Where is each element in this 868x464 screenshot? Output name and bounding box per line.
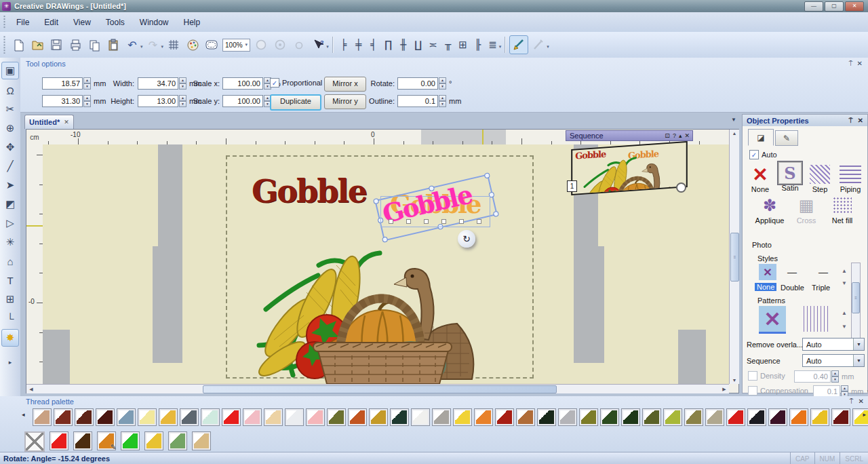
horizontal-scroll-thumb[interactable] bbox=[203, 385, 557, 393]
used-thread-swatch[interactable] bbox=[144, 431, 163, 450]
thread-swatch[interactable] bbox=[642, 408, 661, 426]
pin-icon[interactable]: ⍑ bbox=[850, 398, 854, 406]
equal-spacing-vertical-button[interactable]: ≣ bbox=[486, 37, 500, 53]
slow-redraw-button[interactable] bbox=[271, 36, 289, 54]
object-properties-titlebar[interactable]: Object Properties ⍑ ✕ bbox=[743, 115, 867, 126]
thread-swatch[interactable] bbox=[684, 408, 703, 426]
styles-scroll-up[interactable]: ▲ bbox=[842, 268, 847, 274]
properties-scrollbar[interactable]: ≡ bbox=[851, 263, 861, 340]
redo-button[interactable]: ↷ bbox=[144, 36, 162, 54]
selection-handle[interactable] bbox=[493, 211, 500, 218]
thread-swatch[interactable] bbox=[453, 408, 472, 426]
text-tool-tool[interactable]: T bbox=[2, 272, 18, 288]
toolbar-expand-arrow[interactable]: ▸ bbox=[9, 359, 12, 366]
outline-input[interactable]: 0.1 bbox=[397, 95, 438, 107]
help-icon[interactable]: ? bbox=[673, 132, 676, 139]
lasso-select-tool[interactable]: Ω bbox=[2, 82, 18, 98]
thread-swatch[interactable] bbox=[516, 408, 535, 426]
height-input[interactable]: 13.00 bbox=[138, 95, 178, 107]
thread-swatch[interactable] bbox=[369, 408, 388, 426]
mirror-x-button[interactable]: Mirror x bbox=[324, 77, 366, 92]
thread-swatch[interactable] bbox=[33, 408, 52, 426]
style-triple-icon[interactable]: — bbox=[818, 267, 828, 277]
letter-node-handle[interactable] bbox=[441, 219, 446, 224]
mirror-y-button[interactable]: Mirror y bbox=[324, 94, 366, 109]
zoom-level-select[interactable]: 100% ▾ bbox=[222, 39, 250, 52]
fill-satin-button[interactable]: S Satin bbox=[775, 162, 805, 192]
center-in-hoop-button[interactable]: ⊞ bbox=[456, 37, 471, 53]
thread-swatch[interactable] bbox=[54, 408, 73, 426]
width-input[interactable]: 34.70 bbox=[138, 77, 178, 90]
pin-icon[interactable]: ⍑ bbox=[849, 117, 853, 125]
suggestions-bulb-tool[interactable]: ✸ bbox=[1, 329, 19, 347]
styles-scroll-down[interactable]: ▼ bbox=[842, 280, 847, 286]
height-spinner[interactable]: ▲▼ bbox=[179, 95, 186, 107]
duplicate-button[interactable]: Duplicate bbox=[270, 94, 321, 111]
style-double-icon[interactable]: — bbox=[787, 267, 797, 277]
palette-scroll-right[interactable]: ▸ bbox=[863, 411, 866, 418]
align-centers-horizontal-button[interactable]: ╪ bbox=[351, 37, 366, 53]
thread-swatch[interactable] bbox=[138, 408, 157, 426]
thread-swatch[interactable] bbox=[495, 408, 514, 426]
menu-view[interactable]: View bbox=[66, 15, 98, 30]
pin-icon[interactable]: ⍑ bbox=[849, 60, 853, 68]
grid-button[interactable] bbox=[165, 36, 182, 54]
distribute-horizontal-button[interactable]: ╫ bbox=[396, 37, 411, 53]
dock-icon[interactable]: ⊡ bbox=[665, 132, 670, 139]
thread-swatch[interactable] bbox=[789, 408, 808, 426]
turkey-basket-artwork[interactable] bbox=[254, 245, 481, 384]
pattern-none-icon[interactable]: ✕ bbox=[759, 306, 786, 334]
thread-swatch[interactable] bbox=[348, 408, 367, 426]
thread-swatch[interactable] bbox=[285, 408, 304, 426]
letter-node-handle[interactable] bbox=[477, 219, 481, 224]
equal-spacing-horizontal-button[interactable]: ≍ bbox=[426, 37, 441, 53]
thread-swatch[interactable] bbox=[390, 408, 409, 426]
menu-tools[interactable]: Tools bbox=[98, 15, 132, 30]
tab-outline-properties[interactable]: ✎ bbox=[775, 130, 798, 146]
density-input[interactable]: 0.40 bbox=[794, 370, 831, 383]
spray-tool[interactable]: ✳ bbox=[2, 234, 18, 250]
y-spinner[interactable]: ▲▼ bbox=[83, 95, 91, 107]
thread-swatch[interactable] bbox=[222, 408, 241, 426]
scroll-left-arrow[interactable]: ◀ bbox=[26, 387, 36, 392]
autopunch-tool[interactable]: ▷ bbox=[2, 215, 18, 231]
tab-untitled[interactable]: Untitled* ✕ bbox=[24, 115, 74, 129]
thread-swatch[interactable] bbox=[243, 408, 262, 426]
menu-help[interactable]: Help bbox=[176, 15, 208, 30]
tab-close-icon[interactable]: ✕ bbox=[64, 119, 69, 125]
close-icon[interactable]: ✕ bbox=[859, 398, 864, 406]
used-thread-swatch[interactable] bbox=[121, 431, 140, 450]
fill-piping-button[interactable]: Piping bbox=[835, 163, 866, 193]
thread-swatch[interactable] bbox=[600, 408, 619, 426]
thread-swatch[interactable] bbox=[432, 408, 451, 426]
eraser-tool[interactable]: ◩ bbox=[2, 196, 18, 212]
thread-swatch[interactable] bbox=[810, 408, 829, 426]
thread-swatch[interactable] bbox=[768, 408, 787, 426]
thread-swatch[interactable] bbox=[747, 408, 766, 426]
thread-swatch[interactable] bbox=[621, 408, 640, 426]
x-input[interactable]: 18.57 bbox=[42, 77, 83, 90]
toolbar-overflow-2[interactable]: ▾ bbox=[499, 44, 502, 50]
thread-swatch[interactable] bbox=[411, 408, 430, 426]
thread-swatch[interactable] bbox=[159, 408, 178, 426]
fill-none-button[interactable]: ✕ None bbox=[745, 163, 775, 193]
align-middles-vertical-button[interactable]: ╥ bbox=[441, 37, 456, 53]
context-help-button[interactable]: ? bbox=[309, 36, 327, 54]
thread-swatch[interactable] bbox=[726, 408, 745, 426]
thread-swatch[interactable] bbox=[264, 408, 283, 426]
auto-checkbox[interactable]: ✓ bbox=[749, 150, 759, 159]
selected-object-group[interactable]: Gobble bbox=[376, 178, 498, 241]
letter-node-handle[interactable] bbox=[389, 219, 393, 224]
align-right-edges-button[interactable]: ╡ bbox=[366, 37, 381, 53]
rectangle-select-tool[interactable]: ▣ bbox=[1, 62, 19, 79]
measure-tool[interactable]: ╱ bbox=[2, 158, 18, 174]
canvas-horizontal-scrollbar[interactable]: ◀ ▶ bbox=[26, 384, 729, 393]
sequence-dropdown[interactable]: Auto ▼ bbox=[802, 354, 865, 367]
stitch-view-button[interactable] bbox=[290, 36, 308, 54]
used-thread-swatch[interactable] bbox=[50, 431, 68, 450]
zoom-tool-tool[interactable]: ⊕ bbox=[2, 120, 18, 136]
autopunch-wand-button[interactable] bbox=[530, 36, 547, 54]
used-thread-swatch[interactable] bbox=[192, 431, 211, 450]
letter-node-handle[interactable] bbox=[459, 219, 464, 224]
frame-tool[interactable]: ⊞ bbox=[2, 291, 18, 307]
